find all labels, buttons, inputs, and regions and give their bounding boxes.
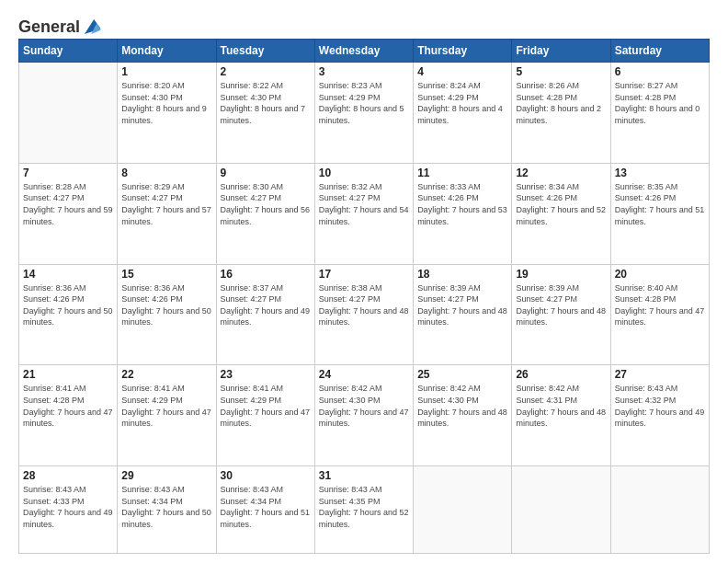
calendar-cell: 30Sunrise: 8:43 AMSunset: 4:34 PMDayligh…	[216, 466, 314, 554]
calendar-cell: 2Sunrise: 8:22 AMSunset: 4:30 PMDaylight…	[216, 63, 314, 164]
day-info: Sunrise: 8:43 AMSunset: 4:32 PMDaylight:…	[615, 383, 705, 429]
calendar-cell: 9Sunrise: 8:30 AMSunset: 4:27 PMDaylight…	[216, 163, 314, 264]
weekday-header: Friday	[512, 40, 610, 63]
calendar-cell: 6Sunrise: 8:27 AMSunset: 4:28 PMDaylight…	[610, 63, 709, 164]
day-number: 14	[23, 268, 113, 281]
calendar-cell: 20Sunrise: 8:40 AMSunset: 4:28 PMDayligh…	[610, 264, 709, 365]
day-number: 28	[23, 469, 113, 482]
calendar-cell: 18Sunrise: 8:39 AMSunset: 4:27 PMDayligh…	[414, 264, 512, 365]
weekday-header: Wednesday	[314, 40, 413, 63]
day-info: Sunrise: 8:34 AMSunset: 4:26 PMDaylight:…	[516, 181, 606, 227]
day-number: 24	[319, 368, 409, 381]
day-info: Sunrise: 8:20 AMSunset: 4:30 PMDaylight:…	[121, 80, 211, 126]
day-number: 5	[516, 65, 606, 78]
day-info: Sunrise: 8:29 AMSunset: 4:27 PMDaylight:…	[121, 181, 211, 227]
day-info: Sunrise: 8:37 AMSunset: 4:27 PMDaylight:…	[221, 282, 311, 328]
logo-icon	[82, 17, 102, 37]
calendar-cell: 14Sunrise: 8:36 AMSunset: 4:26 PMDayligh…	[19, 264, 118, 365]
day-number: 13	[615, 167, 705, 179]
day-number: 4	[417, 65, 507, 78]
calendar-cell: 19Sunrise: 8:39 AMSunset: 4:27 PMDayligh…	[512, 264, 610, 365]
day-info: Sunrise: 8:24 AMSunset: 4:29 PMDaylight:…	[417, 80, 507, 126]
day-number: 25	[417, 368, 507, 381]
calendar-week-row: 14Sunrise: 8:36 AMSunset: 4:26 PMDayligh…	[19, 264, 710, 365]
day-info: Sunrise: 8:39 AMSunset: 4:27 PMDaylight:…	[516, 282, 606, 328]
day-number: 17	[319, 268, 409, 281]
day-number: 29	[121, 469, 211, 482]
calendar-cell: 17Sunrise: 8:38 AMSunset: 4:27 PMDayligh…	[314, 264, 413, 365]
day-info: Sunrise: 8:26 AMSunset: 4:28 PMDaylight:…	[516, 80, 606, 126]
day-number: 8	[121, 167, 211, 179]
calendar-cell: 28Sunrise: 8:43 AMSunset: 4:33 PMDayligh…	[19, 466, 118, 554]
calendar-cell	[610, 466, 709, 554]
day-number: 3	[319, 65, 409, 78]
logo-general: General	[18, 17, 80, 37]
day-info: Sunrise: 8:42 AMSunset: 4:30 PMDaylight:…	[319, 383, 409, 429]
day-info: Sunrise: 8:36 AMSunset: 4:26 PMDaylight:…	[23, 282, 113, 328]
calendar-cell: 8Sunrise: 8:29 AMSunset: 4:27 PMDaylight…	[118, 163, 216, 264]
calendar-cell: 24Sunrise: 8:42 AMSunset: 4:30 PMDayligh…	[314, 365, 413, 466]
day-number: 20	[615, 268, 705, 281]
calendar-week-row: 21Sunrise: 8:41 AMSunset: 4:28 PMDayligh…	[19, 365, 710, 466]
day-number: 11	[417, 167, 507, 179]
day-info: Sunrise: 8:43 AMSunset: 4:33 PMDaylight:…	[23, 484, 113, 530]
day-info: Sunrise: 8:40 AMSunset: 4:28 PMDaylight:…	[615, 282, 705, 328]
day-number: 26	[516, 368, 606, 381]
day-number: 30	[221, 469, 311, 482]
day-number: 19	[516, 268, 606, 281]
day-info: Sunrise: 8:22 AMSunset: 4:30 PMDaylight:…	[221, 80, 311, 126]
calendar-cell: 15Sunrise: 8:36 AMSunset: 4:26 PMDayligh…	[118, 264, 216, 365]
day-number: 7	[23, 167, 113, 179]
calendar-cell: 25Sunrise: 8:42 AMSunset: 4:30 PMDayligh…	[414, 365, 512, 466]
day-number: 12	[516, 167, 606, 179]
day-number: 1	[121, 65, 211, 78]
calendar-cell: 29Sunrise: 8:43 AMSunset: 4:34 PMDayligh…	[118, 466, 216, 554]
calendar-table: SundayMondayTuesdayWednesdayThursdayFrid…	[18, 39, 710, 554]
day-number: 21	[23, 368, 113, 381]
day-info: Sunrise: 8:33 AMSunset: 4:26 PMDaylight:…	[417, 181, 507, 227]
day-info: Sunrise: 8:30 AMSunset: 4:27 PMDaylight:…	[221, 181, 311, 227]
day-info: Sunrise: 8:43 AMSunset: 4:34 PMDaylight:…	[121, 484, 211, 530]
logo: General	[18, 17, 102, 33]
calendar-cell: 31Sunrise: 8:43 AMSunset: 4:35 PMDayligh…	[314, 466, 413, 554]
calendar-cell: 11Sunrise: 8:33 AMSunset: 4:26 PMDayligh…	[414, 163, 512, 264]
day-info: Sunrise: 8:23 AMSunset: 4:29 PMDaylight:…	[319, 80, 409, 126]
day-info: Sunrise: 8:41 AMSunset: 4:29 PMDaylight:…	[221, 383, 311, 429]
calendar-cell: 27Sunrise: 8:43 AMSunset: 4:32 PMDayligh…	[610, 365, 709, 466]
calendar-cell	[19, 63, 118, 164]
calendar-cell	[512, 466, 610, 554]
day-number: 27	[615, 368, 705, 381]
page: General SundayMondayTuesdayWednesdayThur…	[0, 0, 728, 563]
day-info: Sunrise: 8:41 AMSunset: 4:29 PMDaylight:…	[121, 383, 211, 429]
header: General	[18, 17, 710, 33]
day-number: 16	[221, 268, 311, 281]
day-number: 15	[121, 268, 211, 281]
day-number: 23	[221, 368, 311, 381]
calendar-week-row: 28Sunrise: 8:43 AMSunset: 4:33 PMDayligh…	[19, 466, 710, 554]
weekday-header: Thursday	[414, 40, 512, 63]
day-number: 9	[221, 167, 311, 179]
calendar-cell: 23Sunrise: 8:41 AMSunset: 4:29 PMDayligh…	[216, 365, 314, 466]
day-info: Sunrise: 8:41 AMSunset: 4:28 PMDaylight:…	[23, 383, 113, 429]
weekday-header: Saturday	[610, 40, 709, 63]
calendar-cell: 5Sunrise: 8:26 AMSunset: 4:28 PMDaylight…	[512, 63, 610, 164]
day-number: 22	[121, 368, 211, 381]
day-number: 18	[417, 268, 507, 281]
calendar-week-row: 1Sunrise: 8:20 AMSunset: 4:30 PMDaylight…	[19, 63, 710, 164]
calendar-cell: 21Sunrise: 8:41 AMSunset: 4:28 PMDayligh…	[19, 365, 118, 466]
day-number: 31	[319, 469, 409, 482]
calendar-cell: 7Sunrise: 8:28 AMSunset: 4:27 PMDaylight…	[19, 163, 118, 264]
calendar-header-row: SundayMondayTuesdayWednesdayThursdayFrid…	[19, 40, 710, 63]
calendar-cell: 13Sunrise: 8:35 AMSunset: 4:26 PMDayligh…	[610, 163, 709, 264]
day-info: Sunrise: 8:43 AMSunset: 4:34 PMDaylight:…	[221, 484, 311, 530]
calendar-cell: 3Sunrise: 8:23 AMSunset: 4:29 PMDaylight…	[314, 63, 413, 164]
day-number: 6	[615, 65, 705, 78]
day-info: Sunrise: 8:36 AMSunset: 4:26 PMDaylight:…	[121, 282, 211, 328]
calendar-cell: 22Sunrise: 8:41 AMSunset: 4:29 PMDayligh…	[118, 365, 216, 466]
calendar-cell: 26Sunrise: 8:42 AMSunset: 4:31 PMDayligh…	[512, 365, 610, 466]
weekday-header: Sunday	[19, 40, 118, 63]
calendar-cell: 4Sunrise: 8:24 AMSunset: 4:29 PMDaylight…	[414, 63, 512, 164]
day-info: Sunrise: 8:43 AMSunset: 4:35 PMDaylight:…	[319, 484, 409, 530]
calendar-week-row: 7Sunrise: 8:28 AMSunset: 4:27 PMDaylight…	[19, 163, 710, 264]
calendar-cell: 10Sunrise: 8:32 AMSunset: 4:27 PMDayligh…	[314, 163, 413, 264]
